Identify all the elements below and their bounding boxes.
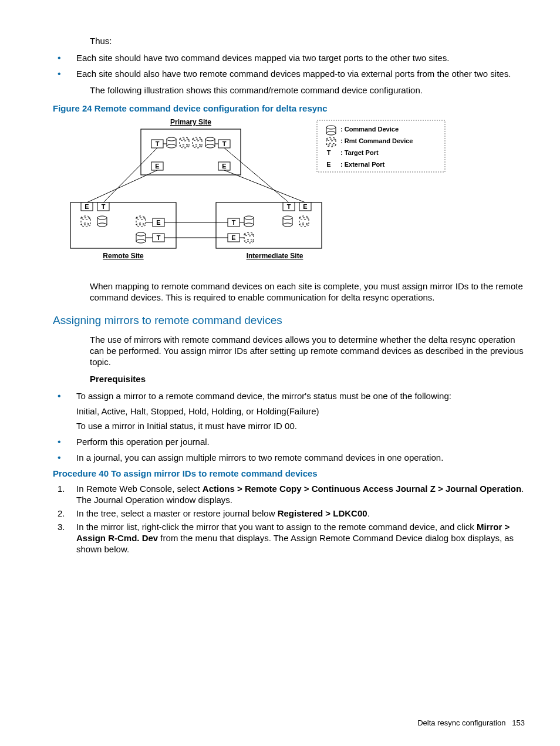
list-item: Each site should also have two remote co… xyxy=(53,68,525,79)
list-item: To assign a mirror to a remote command d… xyxy=(53,390,525,431)
legend-rmt-device: : Rmt Command Device xyxy=(340,137,413,144)
step-1: In Remote Web Console, select Actions > … xyxy=(53,483,525,505)
svg-text:E: E xyxy=(156,219,160,226)
bullet-list-top: Each site should have two command device… xyxy=(53,52,525,79)
paragraph-intro: Thus: xyxy=(90,35,525,46)
label-remote-site: Remote Site xyxy=(103,252,144,260)
svg-text:E: E xyxy=(303,203,307,210)
text: To use a mirror in Initial status, it mu… xyxy=(76,420,525,431)
procedure-steps: In Remote Web Console, select Actions > … xyxy=(53,483,525,555)
legend-external-port: : External Port xyxy=(340,161,385,168)
label-primary-site: Primary Site xyxy=(170,118,211,126)
list-item: Each site should have two command device… xyxy=(53,52,525,63)
svg-point-42 xyxy=(97,223,107,227)
svg-text:E: E xyxy=(85,203,89,210)
text: In Remote Web Console, select xyxy=(76,484,203,494)
heading-prerequisites: Prerequisites xyxy=(90,373,525,384)
svg-text:E: E xyxy=(155,163,159,170)
svg-point-72 xyxy=(244,223,254,227)
svg-point-47 xyxy=(136,232,146,236)
figure-caption: Figure 24 Remote command device configur… xyxy=(53,103,525,114)
legend-target-port: : Target Port xyxy=(340,149,379,156)
svg-text:T: T xyxy=(102,203,106,210)
footer-section-title: Delta resync configuration xyxy=(417,718,505,727)
page-footer: Delta resync configuration 153 xyxy=(417,718,525,728)
svg-point-2 xyxy=(326,126,336,129)
svg-text:T: T xyxy=(157,234,161,241)
svg-point-3 xyxy=(326,131,336,135)
paragraph-following: The following illustration shows this co… xyxy=(90,85,525,96)
text: . xyxy=(367,508,370,518)
text-bold: Actions > Remote Copy > Continuous Acces… xyxy=(203,484,521,494)
bullet-list-prereqs: To assign a mirror to a remote command d… xyxy=(53,390,525,463)
svg-text:E: E xyxy=(231,234,235,241)
svg-rect-4 xyxy=(326,139,336,145)
step-3: In the mirror list, right-click the mirr… xyxy=(53,521,525,555)
svg-point-62 xyxy=(283,223,292,227)
svg-point-61 xyxy=(283,216,292,220)
list-item: Perform this operation per journal. xyxy=(53,436,525,447)
svg-point-48 xyxy=(136,239,146,243)
svg-text:T: T xyxy=(222,140,227,147)
paragraph-section: The use of mirrors with remote command d… xyxy=(90,334,525,368)
text: In the tree, select a master or restore … xyxy=(76,508,278,518)
svg-text:T: T xyxy=(287,203,291,210)
text: In the mirror list, right-click the mirr… xyxy=(76,522,477,532)
svg-point-24 xyxy=(205,137,215,141)
svg-text:E: E xyxy=(222,163,226,170)
list-item: In a journal, you can assign multiple mi… xyxy=(53,452,525,463)
footer-page-number: 153 xyxy=(512,718,525,727)
svg-point-6 xyxy=(326,143,336,147)
paragraph-after-figure: When mapping to remote command devices o… xyxy=(90,281,525,303)
svg-line-79 xyxy=(87,170,157,202)
legend-command-device: : Command Device xyxy=(340,126,399,133)
svg-text:T: T xyxy=(156,140,160,147)
svg-text:T: T xyxy=(232,219,236,226)
section-heading-assigning-mirrors: Assigning mirrors to remote command devi… xyxy=(53,313,525,328)
label-intermediate-site: Intermediate Site xyxy=(247,252,303,260)
text-bold: Registered > LDKC00 xyxy=(278,508,367,518)
svg-text:T: T xyxy=(327,149,331,156)
svg-point-41 xyxy=(97,216,107,220)
page: Thus: Each site should have two command … xyxy=(0,0,560,746)
svg-text:E: E xyxy=(326,161,330,168)
text: Initial, Active, Halt, Stopped, Hold, Ho… xyxy=(76,406,525,417)
procedure-caption: Procedure 40 To assign mirror IDs to rem… xyxy=(53,468,525,479)
svg-point-15 xyxy=(167,137,176,141)
svg-line-81 xyxy=(224,170,305,202)
step-2: In the tree, select a master or restore … xyxy=(53,508,525,519)
figure-diagram: : Command Device : Rmt Command Device T … xyxy=(65,117,525,270)
svg-point-25 xyxy=(205,144,215,148)
svg-point-16 xyxy=(167,144,176,148)
svg-point-71 xyxy=(244,216,254,220)
text: To assign a mirror to a remote command d… xyxy=(76,391,451,401)
